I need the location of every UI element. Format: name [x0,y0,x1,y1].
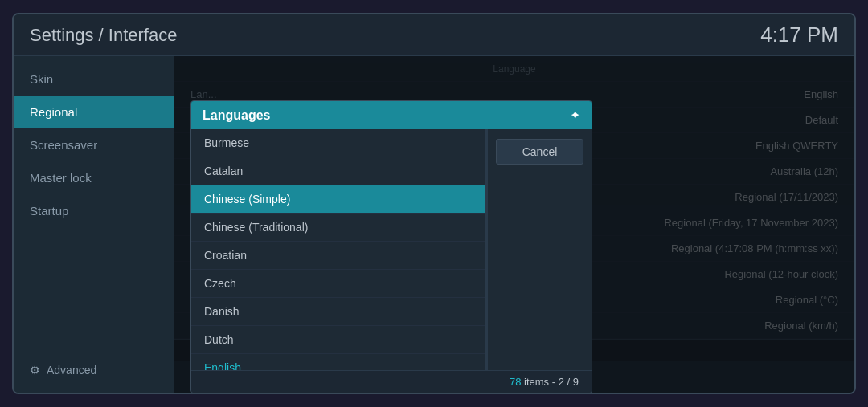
page-title: Settings / Interface [30,25,177,46]
dialog-body: Burmese Catalan Chinese (Simple) Chinese… [191,129,592,370]
current-page: 2 [559,376,564,388]
sidebar-item-screensaver[interactable]: Screensaver [14,128,174,161]
kodi-icon: ✦ [570,108,580,123]
modal-overlay: Languages ✦ Burmese Catalan [174,56,854,393]
lang-item-chinese-simple[interactable]: Chinese (Simple) [191,185,485,214]
settings-content: Language Lan... English Cha... Default V… [174,56,854,393]
lang-item-english[interactable]: English [191,354,485,370]
app-screen: Settings / Interface 4:17 PM Skin Region… [12,13,856,394]
clock: 4:17 PM [760,22,838,47]
lang-item-catalan[interactable]: Catalan [191,157,485,185]
sidebar-item-skin[interactable]: Skin [14,63,174,96]
cancel-button[interactable]: Cancel [496,139,583,165]
sidebar: Skin Regional Screensaver Master lock St… [14,56,174,393]
pagination-info: 78 items - 2 / 9 [510,376,579,388]
lang-item-croatian[interactable]: Croatian [191,242,485,270]
dialog-footer: 78 items - 2 / 9 [191,370,592,393]
dialog-title: Languages [203,108,270,123]
sidebar-item-startup[interactable]: Startup [14,194,174,227]
advanced-button[interactable]: ⚙ Advanced [14,354,174,386]
gear-icon: ⚙ [30,364,40,376]
total-items: 78 [510,376,521,388]
lang-item-danish[interactable]: Danish [191,298,485,326]
dialog-actions: Cancel [487,129,592,370]
sidebar-item-masterlock[interactable]: Master lock [14,161,174,194]
main-content: Skin Regional Screensaver Master lock St… [14,56,854,393]
lang-item-czech[interactable]: Czech [191,270,485,298]
lang-item-dutch[interactable]: Dutch [191,326,485,354]
total-pages: 9 [573,376,579,388]
header: Settings / Interface 4:17 PM [14,14,854,56]
dialog-header: Languages ✦ [191,101,592,129]
lang-item-chinese-traditional[interactable]: Chinese (Traditional) [191,214,485,242]
lang-item-burmese[interactable]: Burmese [191,129,485,157]
language-list[interactable]: Burmese Catalan Chinese (Simple) Chinese… [191,129,485,370]
sidebar-item-regional[interactable]: Regional [14,96,174,128]
languages-dialog: Languages ✦ Burmese Catalan [190,100,592,393]
